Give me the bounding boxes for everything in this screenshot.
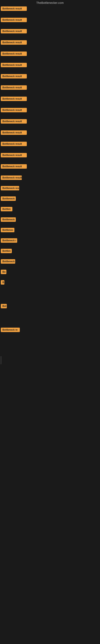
bottleneck-badge-18[interactable]: Bottleneck — [1, 196, 16, 201]
gap-after-10 — [0, 116, 100, 118]
bottleneck-badge-10[interactable]: Bottleneck result — [1, 108, 27, 112]
gap-after-6 — [0, 71, 100, 73]
bottleneck-item-15[interactable]: Bottleneck result — [0, 163, 100, 171]
gap-after-7 — [0, 82, 100, 84]
gap-after-5 — [0, 60, 100, 62]
bottleneck-badge-12[interactable]: Bottleneck result — [1, 130, 27, 135]
bottleneck-item-3[interactable]: Bottleneck result — [0, 28, 100, 36]
bottleneck-item-16[interactable]: Bottleneck result — [0, 174, 100, 182]
gap-after-2 — [0, 26, 100, 28]
bottleneck-badge-1[interactable]: Bottleneck result — [1, 6, 27, 11]
bottleneck-item-2[interactable]: Bottleneck result — [0, 16, 100, 24]
bottleneck-item-11[interactable]: Bottleneck result — [0, 118, 100, 126]
bottleneck-item-24[interactable]: Bottleneck — [0, 258, 100, 266]
bottleneck-badge-4[interactable]: Bottleneck result — [1, 40, 27, 45]
bottleneck-item-4[interactable]: Bottleneck result — [0, 39, 100, 47]
bottleneck-item-8[interactable]: Bottleneck result — [0, 84, 100, 92]
bottleneck-badge-8[interactable]: Bottleneck result — [1, 85, 27, 90]
gap-after-28 — [0, 312, 100, 326]
bottleneck-badge-21[interactable]: Bottlenec — [1, 228, 14, 232]
bottleneck-badge-25[interactable]: Bo — [1, 270, 6, 274]
bottleneck-item-23[interactable]: Bottlen — [0, 248, 100, 255]
bottleneck-item-10[interactable]: Bottleneck result — [0, 107, 100, 114]
gap-after-15 — [0, 172, 100, 174]
bottleneck-badge-19[interactable]: Bottlen — [1, 207, 12, 211]
gap-after-29 — [0, 336, 100, 350]
gap-after-9 — [0, 105, 100, 107]
bottleneck-item-1[interactable]: Bottleneck result — [0, 5, 100, 13]
gap-after-13 — [0, 150, 100, 152]
bottleneck-item-25[interactable]: Bo — [0, 268, 100, 276]
bottleneck-badge-16[interactable]: Bottleneck result — [1, 176, 22, 180]
bottleneck-item-19[interactable]: Bottlen — [0, 206, 100, 213]
bottleneck-badge-20[interactable]: Bottleneck — [1, 217, 16, 222]
gap-after-14 — [0, 161, 100, 163]
gap-after-4 — [0, 48, 100, 50]
bottleneck-badge-11[interactable]: Bottleneck result — [1, 119, 27, 124]
bottleneck-badge-6[interactable]: Bottleneck result — [1, 63, 27, 67]
bottleneck-item-6[interactable]: Bottleneck result — [0, 62, 100, 69]
gap-after-3 — [0, 37, 100, 39]
bottleneck-badge-9[interactable]: Bottleneck result — [1, 96, 27, 101]
bottleneck-item-26[interactable]: B — [0, 279, 100, 286]
gap-after-26 — [0, 288, 100, 292]
gap-after-8 — [0, 94, 100, 96]
bottleneck-badge-26[interactable]: B — [1, 280, 4, 284]
bottleneck-badge-28[interactable]: Bot — [1, 304, 7, 308]
bottleneck-badge-2[interactable]: Bottleneck result — [1, 18, 27, 22]
page-container: TheBottlenecker.com Bottleneck resultBot… — [0, 0, 100, 370]
decorative-line — [1, 356, 1, 364]
bottleneck-badge-5[interactable]: Bottleneck result — [1, 52, 27, 56]
bottleneck-badge-3[interactable]: Bottleneck result — [1, 29, 27, 34]
bottleneck-item-22[interactable]: Bottleneck r — [0, 237, 100, 245]
bottleneck-item-29[interactable]: Bottleneck re — [0, 326, 100, 334]
gap-after-1 — [0, 14, 100, 16]
bottleneck-item-5[interactable]: Bottleneck result — [0, 50, 100, 58]
bottleneck-item-7[interactable]: Bottleneck result — [0, 73, 100, 80]
gap-after-12 — [0, 138, 100, 140]
bottleneck-item-28[interactable]: Bot — [0, 303, 100, 310]
bottleneck-badge-15[interactable]: Bottleneck result — [1, 164, 27, 169]
bottleneck-item-9[interactable]: Bottleneck result — [0, 96, 100, 103]
bottleneck-badge-23[interactable]: Bottlen — [1, 249, 12, 253]
bottleneck-badge-7[interactable]: Bottleneck result — [1, 74, 27, 78]
site-title: TheBottlenecker.com — [0, 0, 100, 5]
bottleneck-badge-13[interactable]: Bottleneck result — [1, 142, 27, 146]
bottleneck-item-13[interactable]: Bottleneck result — [0, 140, 100, 148]
gap-after-11 — [0, 127, 100, 129]
bottleneck-item-14[interactable]: Bottleneck result — [0, 152, 100, 160]
bottleneck-item-20[interactable]: Bottleneck — [0, 216, 100, 224]
bottleneck-item-12[interactable]: Bottleneck result — [0, 129, 100, 137]
bottleneck-badge-22[interactable]: Bottleneck r — [1, 238, 17, 243]
bottleneck-badge-24[interactable]: Bottleneck — [1, 259, 15, 264]
bottleneck-badge-29[interactable]: Bottleneck re — [1, 328, 20, 332]
bottleneck-item-17[interactable]: Bottleneck resu — [0, 185, 100, 192]
bottleneck-item-21[interactable]: Bottlenec — [0, 226, 100, 234]
bottleneck-badge-17[interactable]: Bottleneck resu — [1, 186, 19, 190]
bottleneck-badge-14[interactable]: Bottleneck result — [1, 153, 27, 158]
gap-27 — [0, 292, 100, 303]
bottleneck-item-18[interactable]: Bottleneck — [0, 195, 100, 203]
